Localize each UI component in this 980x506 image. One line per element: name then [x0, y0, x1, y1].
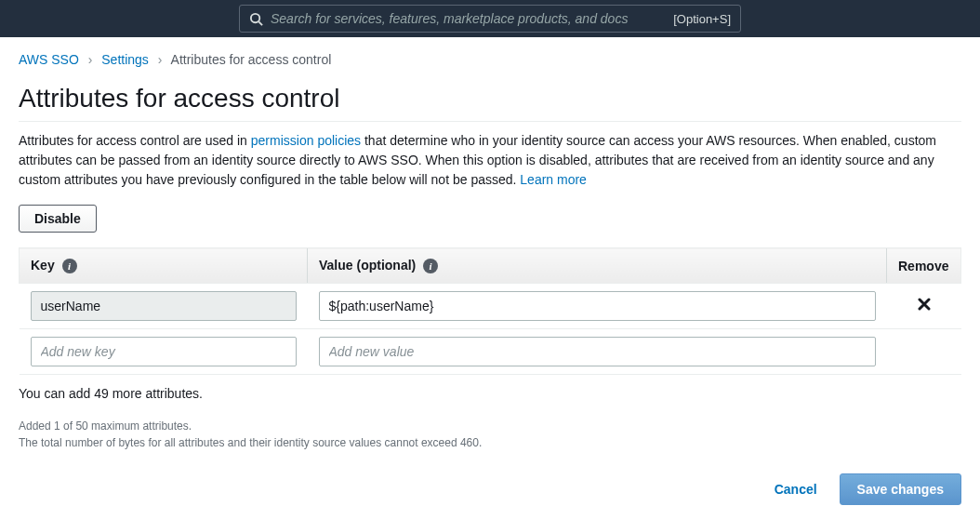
- header-key-label: Key: [31, 258, 55, 273]
- column-header-remove: Remove: [887, 248, 961, 284]
- svg-point-0: [251, 13, 259, 21]
- search-icon: [249, 12, 263, 26]
- page-description: Attributes for access control are used i…: [19, 131, 961, 190]
- new-key-input[interactable]: [31, 337, 297, 366]
- info-icon[interactable]: i: [423, 259, 438, 273]
- table-row-new: [20, 329, 961, 375]
- disable-button[interactable]: Disable: [19, 205, 97, 233]
- remove-row-button[interactable]: [918, 298, 931, 314]
- search-shortcut-hint: [Option+S]: [673, 12, 731, 26]
- attributes-table: Key i Value (optional) i Remove: [19, 247, 961, 375]
- remaining-attributes-hint: You can add 49 more attributes.: [19, 386, 961, 401]
- title-divider: [19, 121, 961, 122]
- save-changes-button[interactable]: Save changes: [840, 473, 961, 505]
- info-icon[interactable]: i: [62, 259, 77, 273]
- breadcrumb-current: Attributes for access control: [171, 52, 332, 67]
- top-navigation-bar: [Option+S]: [0, 0, 980, 37]
- svg-line-1: [258, 21, 262, 25]
- column-header-key: Key i: [20, 248, 308, 284]
- search-input[interactable]: [271, 11, 666, 26]
- chevron-right-icon: ›: [88, 52, 93, 67]
- breadcrumb: AWS SSO › Settings › Attributes for acce…: [19, 52, 961, 67]
- chevron-right-icon: ›: [158, 52, 163, 67]
- column-header-value: Value (optional) i: [308, 248, 887, 284]
- cancel-button[interactable]: Cancel: [765, 476, 827, 502]
- footer-actions: Cancel Save changes: [19, 473, 961, 505]
- hints-section: You can add 49 more attributes. Added 1 …: [19, 386, 961, 451]
- added-count-hint: Added 1 of 50 maximum attributes.: [19, 418, 961, 434]
- table-row: [20, 284, 961, 329]
- breadcrumb-root[interactable]: AWS SSO: [19, 52, 79, 67]
- global-search[interactable]: [Option+S]: [239, 5, 741, 33]
- breadcrumb-parent[interactable]: Settings: [101, 52, 149, 67]
- desc-text: Attributes for access control are used i…: [19, 133, 251, 148]
- header-value-label: Value (optional): [319, 258, 416, 273]
- attribute-key-input[interactable]: [31, 291, 297, 321]
- new-value-input[interactable]: [319, 337, 876, 366]
- permission-policies-link[interactable]: permission policies: [251, 133, 361, 148]
- attribute-value-input[interactable]: [319, 291, 876, 321]
- close-icon: [918, 298, 931, 311]
- byte-limit-hint: The total number of bytes for all attrib…: [19, 434, 961, 451]
- page-title: Attributes for access control: [19, 84, 961, 113]
- learn-more-link[interactable]: Learn more: [520, 172, 587, 187]
